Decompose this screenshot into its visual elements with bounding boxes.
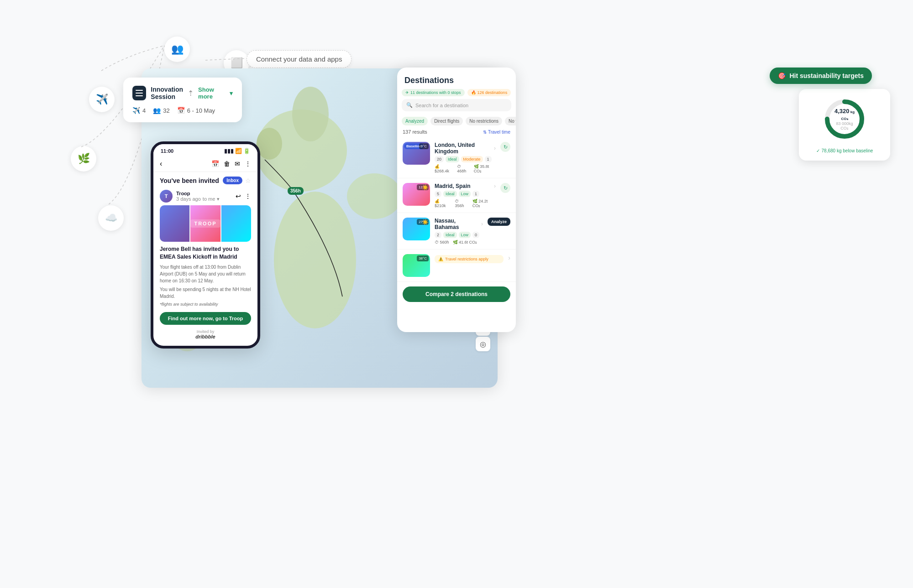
- last-temp: 38°C: [417, 255, 429, 261]
- madrid-co2: 🌿 24.2t CO₂: [472, 199, 496, 208]
- nassau-analyze-button[interactable]: Analyze: [488, 218, 510, 226]
- nassau-co2: 🌿 41.6t CO₂: [453, 240, 477, 245]
- map-layers-button[interactable]: ◎: [476, 337, 490, 351]
- destination-london[interactable]: Baseline 9°C London, United Kingdom › 20…: [397, 137, 516, 178]
- results-count: 137 results: [403, 129, 427, 135]
- sender-to: to me: [203, 196, 215, 202]
- destinations-list: Baseline 9°C London, United Kingdom › 20…: [397, 137, 516, 282]
- connect-bubble-text: Connect your data and apps: [256, 55, 342, 63]
- destination-search[interactable]: 🔍 Search for a destination: [402, 99, 511, 111]
- people-count: 32: [163, 107, 169, 114]
- filter-restrictions[interactable]: No restrictions: [466, 117, 502, 125]
- sender-time: 3 days ago: [176, 196, 201, 202]
- email-header: You've been invited Inbox ☆: [153, 172, 257, 187]
- email-banner: TROOP: [160, 205, 251, 242]
- sender-meta: 3 days ago to me ▾: [176, 196, 220, 202]
- london-price: 💰 $268.4k: [435, 164, 453, 173]
- london-co2: 🌿 35.8t CO₂: [474, 164, 496, 173]
- results-header: 137 results ⇅ Travel time: [397, 129, 516, 137]
- email-subject: You've been invited: [160, 177, 219, 184]
- london-chevron: ›: [494, 145, 496, 151]
- plane-icon: ✈️: [89, 87, 115, 112]
- donut-wrapper: 4,320 kg CO₂ 83 000kg CO₂: [822, 96, 867, 142]
- more-nav-icon[interactable]: ⋮: [245, 160, 251, 167]
- people-icon: 👥: [153, 107, 161, 114]
- nassau-weather-icon: ☀️: [422, 219, 429, 225]
- leaf-icon: 🌿: [71, 146, 96, 172]
- destination-nassau[interactable]: 27°C ☀️ Nassau, Bahamas › 2 Ideal Low 0 …: [397, 213, 516, 250]
- last-thumbnail: 38°C: [403, 254, 430, 277]
- london-tag-num: 1: [485, 156, 492, 162]
- email-headline: Jerome Bell has invited you to EMEA Sale…: [160, 245, 251, 261]
- nassau-thumbnail: 27°C ☀️: [403, 218, 430, 240]
- last-chevron: ›: [508, 254, 510, 261]
- calendar-icon: 📅: [177, 107, 185, 114]
- share-icon[interactable]: ⇡: [188, 89, 194, 98]
- london-actions: ↻: [500, 142, 510, 152]
- london-refresh-button[interactable]: ↻: [500, 142, 510, 152]
- session-dates: 6 - 10 May: [187, 107, 215, 114]
- london-tag-count: 20: [435, 156, 444, 162]
- london-time: ⏱ 468h: [457, 164, 470, 173]
- madrid-tag-ideal: Ideal: [443, 191, 457, 197]
- nav-left: ‹: [160, 160, 162, 168]
- madrid-map-pin: 356h: [288, 187, 304, 195]
- madrid-tag-low: Low: [459, 191, 471, 197]
- compare-button[interactable]: Compare 2 destinations: [403, 286, 510, 302]
- star-icon[interactable]: ☆: [245, 177, 251, 184]
- madrid-tags: 5 Ideal Low 1: [435, 191, 496, 197]
- destination-madrid[interactable]: 11°C ☀️ Madrid, Spain › 5 Ideal Low 1 💰 …: [397, 178, 516, 213]
- nassau-chevron: ›: [481, 221, 483, 227]
- filter-analyzed[interactable]: Analyzed: [402, 117, 428, 125]
- destination-last[interactable]: 38°C ⚠️ Travel restrictions apply ›: [397, 250, 516, 282]
- back-icon[interactable]: ‹: [160, 160, 162, 168]
- dribbble-logo: dribbble: [195, 334, 215, 339]
- session-card: Innovation Session ⇡ Show more ▾ ✈️ 4 👥 …: [123, 78, 242, 122]
- email-footer: Invited by dribbble: [160, 328, 251, 341]
- madrid-weather-icon: ☀️: [422, 184, 429, 191]
- madrid-metrics: 💰 $210k ⏱ 356h 🌿 24.2t CO₂: [435, 199, 496, 208]
- nassau-actions: Analyze: [488, 218, 510, 226]
- calendar-nav-icon[interactable]: 📅: [211, 160, 219, 167]
- email-body-disclaimer: *flights are subject to availability: [160, 302, 251, 308]
- nassau-time: ⏱ 560h: [435, 240, 449, 245]
- phone-signal: ▮▮▮📶🔋: [224, 148, 250, 154]
- sort-button[interactable]: ⇅ Travel time: [483, 130, 510, 135]
- more-email-icon[interactable]: ⋮: [245, 193, 251, 200]
- london-metrics: 💰 $268.4k ⏱ 468h 🌿 35.8t CO₂: [435, 164, 496, 173]
- sustainability-icon: 🎯: [778, 72, 786, 79]
- warning-icon: ⚠️: [438, 257, 443, 261]
- flights-icon: ✈️: [132, 107, 140, 114]
- show-more-button[interactable]: Show more ▾: [198, 86, 233, 100]
- sustainability-badge[interactable]: 🎯 Hit sustainability targets: [770, 68, 872, 84]
- phone-nav: ‹ 📅 🗑 ✉ ⋮: [153, 156, 257, 172]
- madrid-price: 💰 $210k: [435, 199, 451, 208]
- donut-center: 4,320 kg CO₂ 83 000kg CO₂: [833, 108, 856, 130]
- destination-tags: ✈ 11 destinations with 0 stops 🔥 126 des…: [397, 89, 516, 99]
- below-baseline-text: ✓ 78,680 kg below baseline: [816, 148, 873, 153]
- flights-count: 4: [142, 107, 146, 114]
- email-body-text-1: Your flight takes off at 13:00 from Dubl…: [160, 264, 251, 284]
- sender-left: T Troop 3 days ago to me ▾: [160, 190, 220, 203]
- check-icon: ✓: [816, 148, 820, 153]
- email-body: TROOP Jerome Bell has invited you to EME…: [153, 205, 257, 346]
- sustainability-text: Hit sustainability targets: [789, 72, 864, 79]
- nassau-tag-low: Low: [459, 232, 471, 238]
- london-tag-moderate: Moderate: [461, 156, 483, 162]
- madrid-thumbnail: 11°C ☀️: [403, 183, 430, 206]
- session-title: Innovation Session: [151, 86, 183, 100]
- email-actions: ↩ ⋮: [236, 193, 251, 200]
- filter-direct[interactable]: Direct flights: [430, 117, 463, 125]
- mail-nav-icon[interactable]: ✉: [235, 160, 240, 167]
- madrid-refresh-button[interactable]: ↻: [500, 183, 510, 193]
- reply-icon[interactable]: ↩: [236, 193, 241, 200]
- search-placeholder: Search for a destination: [415, 103, 468, 108]
- filter-visas[interactable]: No visas: [505, 117, 516, 125]
- trash-nav-icon[interactable]: 🗑: [224, 160, 230, 167]
- nassau-tag-0: 0: [472, 232, 479, 238]
- menu-button[interactable]: [132, 86, 146, 100]
- madrid-actions: ↻: [500, 183, 510, 193]
- email-cta-button[interactable]: Find out more now, go to Troop: [160, 312, 251, 325]
- dest-tag-green: ✈ 11 destinations with 0 stops: [402, 89, 465, 96]
- sender-info: Troop 3 days ago to me ▾: [176, 191, 220, 202]
